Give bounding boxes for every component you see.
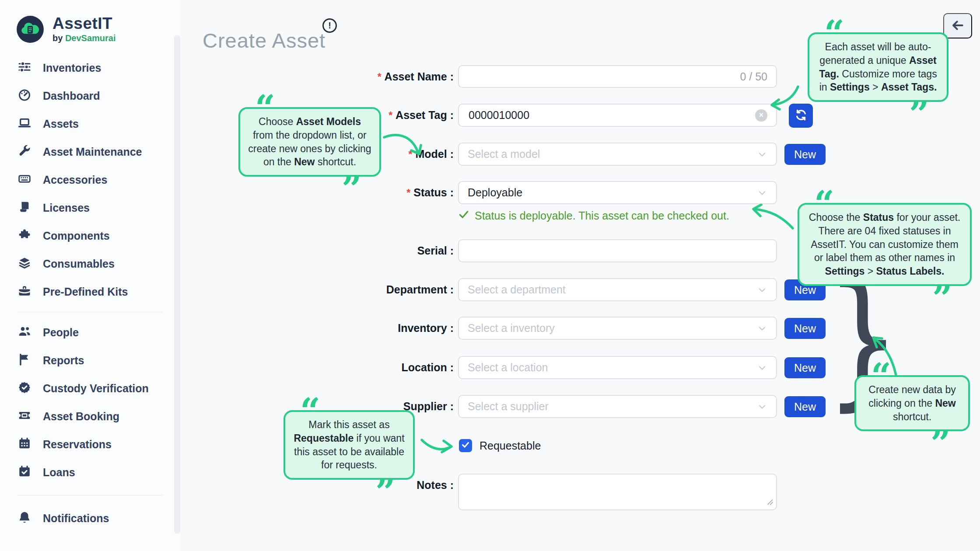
- sidebar-item-label: Notifications: [43, 512, 109, 525]
- inventory-select[interactable]: Select a inventory: [458, 317, 777, 340]
- sidebar-item-consumables[interactable]: Consumables: [18, 250, 163, 278]
- ticket-icon: [18, 408, 32, 424]
- sidebar-item-label: Pre-Defined Kits: [43, 286, 128, 298]
- sidebar-menu: Inventories Dashboard Assets Asset Maint…: [18, 54, 163, 532]
- sidebar-item-reports[interactable]: Reports: [18, 346, 163, 374]
- sidebar-item-label: Loans: [43, 466, 75, 479]
- supplier-select[interactable]: Select a supplier: [458, 395, 777, 418]
- sidebar-item-label: Consumables: [43, 258, 115, 270]
- chevron-down-icon: [757, 149, 767, 160]
- notes-textarea[interactable]: [458, 474, 777, 510]
- sidebar-item-label: Reports: [43, 354, 84, 367]
- new-inventory-button[interactable]: New: [784, 318, 826, 339]
- asset-name-field[interactable]: [468, 70, 740, 84]
- sidebar-divider: [18, 495, 163, 495]
- tooltip-requestable: “ Mark this asset as Requestable if you …: [284, 410, 415, 480]
- arrow-to-requestable-icon: [419, 436, 456, 456]
- sidebar-item-inventories[interactable]: Inventories: [18, 54, 163, 82]
- asset-tag-field[interactable]: [468, 108, 755, 122]
- sidebar-item-label: Assets: [43, 118, 79, 130]
- sidebar-item-asset-maintenance[interactable]: Asset Maintenance: [18, 138, 163, 166]
- sidebar: AssetIT by DevSamurai Inventories Dashbo…: [0, 0, 180, 551]
- asset-name-input[interactable]: 0 / 50: [458, 65, 777, 88]
- calendar-check-icon: [18, 464, 32, 480]
- tooltip-text: Choose the: [809, 212, 863, 223]
- app-byline: by DevSamurai: [52, 33, 116, 43]
- puzzle-icon: [18, 228, 32, 244]
- tooltip-text-bold: Status Labels.: [876, 265, 945, 277]
- byline-brand: DevSamurai: [65, 33, 116, 43]
- tooltip-model: “ Choose Asset Models from the dropdown …: [238, 107, 381, 177]
- sidebar-item-dashboard[interactable]: Dashboard: [18, 82, 163, 110]
- location-select[interactable]: Select a location: [458, 356, 777, 379]
- sidebar-item-people[interactable]: People: [18, 318, 163, 346]
- sidebar-item-asset-booking[interactable]: Asset Booking: [18, 402, 163, 430]
- wrench-icon: [18, 144, 32, 160]
- sidebar-item-label: Inventories: [43, 62, 101, 74]
- arrow-to-status-message-icon: [748, 204, 796, 232]
- bell-icon: [18, 510, 32, 526]
- close-quote-icon: ”: [932, 281, 952, 316]
- chevron-down-icon: [757, 188, 767, 198]
- sidebar-scrollbar[interactable]: [174, 35, 180, 534]
- sidebar-item-components[interactable]: Components: [18, 222, 163, 250]
- keyboard-icon: [18, 172, 32, 188]
- tooltip-text-bold: New: [294, 156, 315, 167]
- sidebar-item-label: Custody Verification: [43, 382, 149, 395]
- tooltip-text-bold: Asset Models: [296, 116, 361, 127]
- tooltip-text-bold: Requestable: [294, 432, 354, 444]
- status-success-message: Status is deployable. This asset can be …: [458, 209, 729, 223]
- back-button[interactable]: [943, 13, 972, 38]
- new-model-button[interactable]: New: [784, 144, 826, 165]
- model-select[interactable]: Select a model: [458, 143, 777, 166]
- sidebar-item-pre-defined-kits[interactable]: Pre-Defined Kits: [18, 278, 163, 306]
- tooltip-new-shortcut: “ Create new data by clicking on the New…: [854, 375, 970, 431]
- label-text: Supplier :: [403, 400, 454, 412]
- serial-label: Serial :: [262, 239, 454, 262]
- sidebar-item-assets[interactable]: Assets: [18, 110, 163, 138]
- tooltip-text-bold: Status: [863, 212, 894, 223]
- tooltip-text: >: [870, 81, 881, 93]
- brand-text: AssetIT by DevSamurai: [52, 15, 116, 44]
- resize-handle-icon[interactable]: [766, 499, 774, 507]
- info-icon[interactable]: !: [322, 18, 337, 33]
- new-supplier-button[interactable]: New: [784, 396, 826, 417]
- clear-icon[interactable]: ×: [755, 109, 767, 122]
- new-location-button[interactable]: New: [784, 357, 826, 378]
- select-value: Deployable: [468, 186, 522, 199]
- sidebar-item-label: Accessories: [43, 174, 107, 186]
- char-counter: 0 / 50: [740, 70, 767, 83]
- page-title: Create Asset: [203, 28, 326, 52]
- asset-tag-input[interactable]: ×: [458, 104, 777, 127]
- sidebar-item-custody-verification[interactable]: Custody Verification: [18, 374, 163, 402]
- requestable-label[interactable]: Requestable: [480, 439, 541, 453]
- sidebar-item-reservations[interactable]: Reservations: [18, 430, 163, 458]
- serial-field[interactable]: [468, 244, 767, 258]
- brand[interactable]: AssetIT by DevSamurai: [16, 15, 116, 44]
- select-placeholder: Select a department: [468, 283, 566, 296]
- sidebar-item-notifications[interactable]: Notifications: [18, 504, 163, 532]
- asset-name-label: *Asset Name :: [262, 65, 454, 89]
- sidebar-divider: [18, 312, 163, 312]
- app-name: AssetIT: [52, 15, 116, 32]
- flag-icon: [18, 352, 32, 368]
- tooltip-asset-tag: “ Each asset will be auto-generated a un…: [808, 32, 948, 102]
- tooltip-text-bold: Settings: [830, 81, 870, 93]
- sidebar-item-licenses[interactable]: Licenses: [18, 194, 163, 222]
- check-icon: [461, 440, 470, 451]
- chevron-down-icon: [757, 323, 767, 334]
- sidebar-item-loans[interactable]: Loans: [18, 458, 163, 486]
- select-placeholder: Select a inventory: [468, 322, 555, 335]
- status-select[interactable]: Deployable: [458, 181, 777, 204]
- sidebar-item-label: Asset Booking: [43, 410, 119, 423]
- requestable-checkbox[interactable]: [459, 439, 472, 452]
- sidebar-item-accessories[interactable]: Accessories: [18, 166, 163, 194]
- sidebar-item-label: Dashboard: [43, 90, 100, 102]
- tooltip-text: shortcut.: [893, 411, 931, 422]
- required-mark: *: [406, 187, 410, 199]
- toolbox-icon: [18, 284, 32, 300]
- serial-input[interactable]: [458, 239, 777, 262]
- department-select[interactable]: Select a department: [458, 278, 777, 301]
- tooltip-text: >: [864, 265, 876, 277]
- sliders-icon: [18, 60, 32, 76]
